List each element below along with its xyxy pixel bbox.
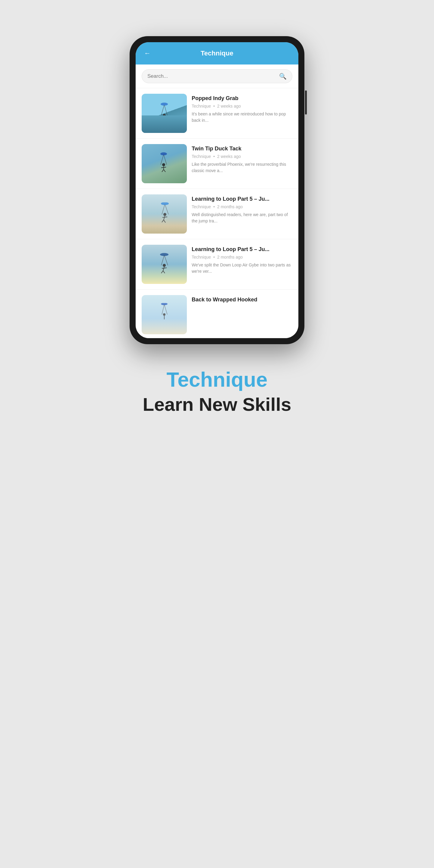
svg-point-11 bbox=[162, 163, 165, 166]
article-excerpt: Like the proverbial Phoenix, we're resur… bbox=[192, 161, 292, 174]
list-item[interactable]: Popped Indy Grab Technique • 2 weeks ago… bbox=[135, 88, 299, 138]
article-content: Learning to Loop Part 5 – Ju... Techniqu… bbox=[192, 194, 292, 224]
svg-line-9 bbox=[164, 155, 167, 165]
svg-point-35 bbox=[163, 313, 165, 316]
bottom-caption: Technique Learn New Skills bbox=[143, 368, 291, 415]
svg-line-16 bbox=[162, 204, 165, 215]
svg-line-0 bbox=[161, 105, 164, 116]
svg-line-8 bbox=[161, 155, 164, 165]
svg-line-1 bbox=[164, 105, 167, 116]
article-content: Learning to Loop Part 5 – Ju... Techniqu… bbox=[192, 245, 292, 275]
article-content: Twin Tip Duck Tack Technique • 2 weeks a… bbox=[192, 144, 292, 174]
svg-point-26 bbox=[160, 253, 168, 256]
svg-line-23 bbox=[164, 220, 165, 223]
svg-line-32 bbox=[162, 305, 164, 315]
caption-subtitle: Learn New Skills bbox=[143, 393, 291, 415]
caption-title: Technique bbox=[143, 368, 291, 391]
article-list: Popped Indy Grab Technique • 2 weeks ago… bbox=[135, 88, 299, 338]
article-thumbnail bbox=[142, 245, 187, 284]
article-excerpt: We've split the Down Loop Air Gybe into … bbox=[192, 262, 292, 275]
svg-point-19 bbox=[163, 213, 166, 216]
article-thumbnail bbox=[142, 194, 187, 234]
phone-shell: ← Technique 🔍 bbox=[130, 36, 304, 344]
svg-line-30 bbox=[161, 271, 163, 273]
svg-point-18 bbox=[161, 203, 169, 205]
article-meta: Technique • 2 weeks ago bbox=[192, 154, 292, 159]
svg-line-29 bbox=[162, 268, 167, 269]
article-content: Back to Wrapped Hooked bbox=[192, 295, 292, 305]
header-title: Technique bbox=[142, 50, 292, 57]
svg-line-7 bbox=[164, 121, 166, 123]
article-title: Learning to Loop Part 5 – Ju... bbox=[192, 246, 292, 253]
article-thumbnail bbox=[142, 295, 187, 334]
page-wrapper: ← Technique 🔍 bbox=[0, 12, 434, 868]
article-excerpt: Well distinguished readers, here we are,… bbox=[192, 212, 292, 224]
search-container: 🔍 bbox=[135, 64, 299, 88]
svg-line-5 bbox=[162, 118, 167, 119]
phone-inner: ← Technique 🔍 bbox=[135, 42, 299, 338]
back-button[interactable]: ← bbox=[142, 48, 153, 59]
article-meta: Technique • 2 months ago bbox=[192, 255, 292, 259]
svg-line-33 bbox=[164, 305, 167, 315]
article-title: Popped Indy Grab bbox=[192, 95, 292, 102]
article-title: Learning to Loop Part 5 – Ju... bbox=[192, 195, 292, 203]
article-excerpt: It's been a while since we reintroduced … bbox=[192, 111, 292, 124]
list-item[interactable]: Learning to Loop Part 5 – Ju... Techniqu… bbox=[135, 189, 299, 239]
svg-line-31 bbox=[163, 271, 165, 273]
list-item[interactable]: Twin Tip Duck Tack Technique • 2 weeks a… bbox=[135, 138, 299, 189]
article-title: Twin Tip Duck Tack bbox=[192, 145, 292, 152]
svg-line-25 bbox=[164, 255, 168, 266]
article-meta: Technique • 2 weeks ago bbox=[192, 104, 292, 108]
list-item[interactable]: Learning to Loop Part 5 – Ju... Techniqu… bbox=[135, 239, 299, 290]
article-meta: Technique • 2 months ago bbox=[192, 204, 292, 209]
list-item[interactable]: Back to Wrapped Hooked bbox=[135, 290, 299, 338]
svg-line-15 bbox=[164, 170, 165, 172]
svg-line-17 bbox=[165, 204, 168, 215]
svg-line-22 bbox=[162, 220, 164, 222]
article-title: Back to Wrapped Hooked bbox=[192, 296, 292, 303]
svg-line-21 bbox=[162, 217, 167, 218]
search-icon: 🔍 bbox=[279, 73, 287, 80]
svg-point-2 bbox=[161, 103, 168, 106]
svg-line-13 bbox=[161, 167, 166, 168]
article-content: Popped Indy Grab Technique • 2 weeks ago… bbox=[192, 94, 292, 124]
search-input[interactable] bbox=[147, 73, 279, 79]
svg-point-27 bbox=[163, 264, 166, 267]
article-thumbnail bbox=[142, 94, 187, 133]
svg-point-3 bbox=[163, 114, 166, 117]
app-header: ← Technique bbox=[135, 42, 299, 64]
svg-line-14 bbox=[162, 170, 164, 172]
svg-line-28 bbox=[163, 267, 164, 271]
svg-line-6 bbox=[162, 121, 164, 123]
svg-line-20 bbox=[164, 216, 165, 220]
svg-point-10 bbox=[160, 153, 167, 156]
search-box: 🔍 bbox=[142, 69, 292, 83]
svg-line-24 bbox=[161, 255, 164, 266]
article-thumbnail bbox=[142, 144, 187, 183]
svg-point-34 bbox=[161, 303, 167, 305]
